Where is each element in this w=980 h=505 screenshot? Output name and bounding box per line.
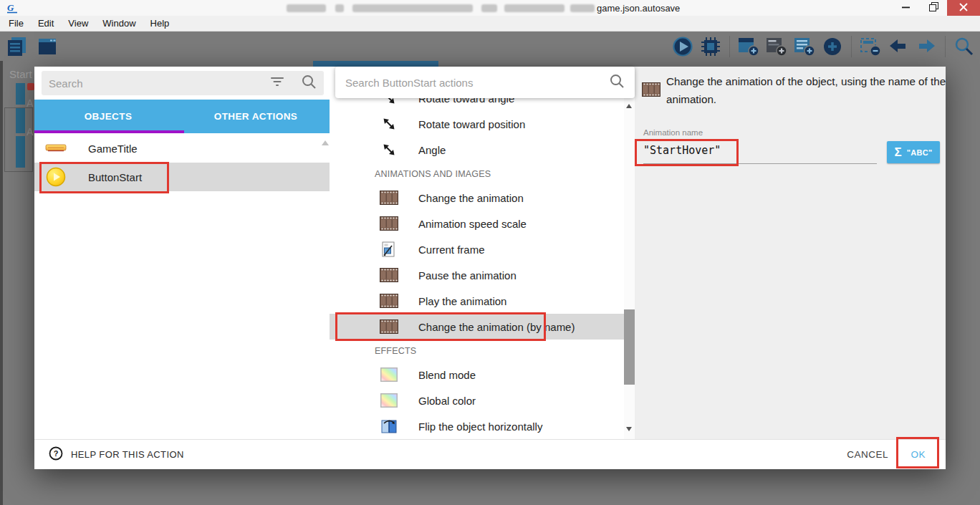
flip-horizontal-icon (380, 418, 398, 434)
film-strip-icon (642, 82, 660, 100)
filter-icon[interactable] (269, 74, 285, 92)
event-sheet-text: A (27, 126, 33, 138)
film-strip-icon (380, 294, 398, 308)
menu-file[interactable]: File (1, 18, 31, 29)
action-item-change-the-animation[interactable]: Change the animation (330, 185, 624, 211)
current-frame-icon (380, 241, 398, 257)
sigma-icon: Σ (895, 145, 902, 160)
action-item-play-the-animation[interactable]: Play the animation (330, 288, 624, 314)
play-button-sprite-icon (45, 167, 67, 187)
action-label: Blend mode (418, 369, 476, 381)
window-controls (893, 0, 980, 16)
action-item-rotate-toward-position[interactable]: Rotate toward position (330, 111, 624, 137)
toolbar (0, 32, 980, 61)
help-button-label: HELP FOR THIS ACTION (71, 449, 184, 460)
debug-icon[interactable] (699, 36, 722, 57)
game-title-sprite-icon (45, 143, 67, 153)
action-label: Flip the object horizontally (418, 420, 542, 433)
actions-section-header: EFFECTS (330, 340, 624, 362)
scrollbar-thumb[interactable] (624, 309, 635, 385)
svg-text:G: G (7, 2, 14, 13)
action-label: Angle (418, 144, 446, 156)
gdevelop-logo-icon: G (6, 1, 19, 14)
toolbar-right-group (671, 36, 980, 57)
cancel-button[interactable]: CANCEL (847, 449, 888, 460)
film-strip-icon (380, 216, 398, 231)
action-item-global-color[interactable]: Global color (330, 388, 624, 413)
window-title: game.json.autosave (597, 3, 680, 14)
tab-objects[interactable]: OBJECTS (34, 100, 182, 133)
redacted-title-text (335, 4, 344, 12)
toolbar-divider (851, 36, 852, 57)
redacted-title-text (504, 4, 565, 12)
window-titlebar: G game.json.autosave (0, 0, 980, 16)
menu-view[interactable]: View (61, 18, 95, 29)
menu-edit[interactable]: Edit (31, 18, 61, 29)
action-detail-panel: Change the animation of the object, usin… (635, 67, 946, 439)
color-gradient-icon (380, 367, 398, 382)
add-event-icon[interactable] (737, 36, 760, 57)
action-item-blend-mode[interactable]: Blend mode (330, 362, 624, 388)
redacted-title-text (287, 4, 326, 12)
help-button[interactable]: ? HELP FOR THIS ACTION (49, 446, 184, 463)
animation-name-label: Animation name (643, 128, 703, 137)
object-item-buttonstart[interactable]: ButtonStart (34, 163, 330, 191)
action-label: Rotate toward position (418, 118, 525, 130)
search-icon[interactable] (609, 73, 625, 92)
action-description: Change the animation of the object, usin… (666, 73, 953, 108)
actions-search-field[interactable] (335, 67, 635, 98)
object-item-gametitle[interactable]: GameTitle (34, 134, 330, 163)
dialog-footer: ? HELP FOR THIS ACTION CANCEL OK (34, 439, 946, 469)
action-item-animation-speed-scale[interactable]: Animation speed scale (330, 211, 624, 236)
action-item-flip-the-object-horizontally[interactable]: Flip the object horizontally (330, 413, 624, 439)
tab-other-actions[interactable]: OTHER ACTIONS (182, 100, 330, 133)
scroll-down-arrow[interactable] (626, 427, 632, 431)
redo-icon[interactable] (915, 36, 938, 57)
minimize-button[interactable] (893, 0, 920, 16)
action-label: Animation speed scale (418, 218, 527, 230)
restore-button[interactable] (920, 0, 947, 16)
objects-list: GameTitleButtonStart (34, 134, 330, 191)
action-item-change-the-animation-by-name-[interactable]: Change the animation (by name) (330, 314, 624, 340)
scroll-up-arrow[interactable] (322, 140, 329, 145)
add-event-menu-icon[interactable] (821, 36, 844, 57)
ok-button[interactable]: OK (911, 449, 926, 460)
object-tabs: OBJECTSOTHER ACTIONS (34, 100, 330, 133)
editors-icon[interactable] (36, 36, 59, 57)
search-icon[interactable] (301, 74, 317, 92)
event-sheet-bar (16, 83, 25, 105)
event-sheet-icon (27, 83, 34, 90)
action-label: Change the animation (418, 192, 524, 204)
menu-window[interactable]: Window (95, 18, 143, 29)
actions-scrollbar[interactable] (624, 67, 635, 439)
action-item-angle[interactable]: Angle (330, 137, 624, 163)
add-comment-icon[interactable] (765, 36, 788, 57)
toolbar-divider (945, 36, 946, 57)
active-tab-underline (34, 130, 184, 133)
objects-search-input[interactable] (49, 77, 254, 90)
action-item-current-frame[interactable]: Current frame (330, 236, 624, 262)
add-subevent-icon[interactable] (793, 36, 816, 57)
menu-help[interactable]: Help (143, 18, 177, 29)
search-events-icon[interactable] (953, 36, 976, 57)
close-icon (959, 1, 968, 14)
actions-search-input[interactable] (345, 77, 609, 89)
undo-icon[interactable] (887, 36, 910, 57)
menubar: FileEditViewWindowHelp (0, 16, 980, 32)
preview-play-icon[interactable] (671, 36, 694, 57)
help-circle-icon: ? (49, 446, 63, 463)
objects-search-field[interactable] (42, 71, 324, 95)
delete-selection-icon[interactable] (859, 36, 882, 57)
rotate-icon (380, 142, 398, 158)
close-button[interactable] (947, 0, 980, 16)
action-item-pause-the-animation[interactable]: Pause the animation (330, 262, 624, 288)
actions-section-header: ANIMATIONS AND IMAGES (330, 163, 624, 185)
scroll-up-arrow[interactable] (626, 104, 632, 108)
expression-editor-button[interactable]: Σ "ABC" (887, 141, 940, 163)
project-manager-icon[interactable] (6, 36, 29, 57)
rotate-icon (380, 116, 398, 132)
object-label: ButtonStart (88, 171, 142, 183)
animation-name-input[interactable] (643, 137, 877, 164)
event-sheet-outline (4, 107, 33, 172)
panel-edge (0, 61, 3, 505)
